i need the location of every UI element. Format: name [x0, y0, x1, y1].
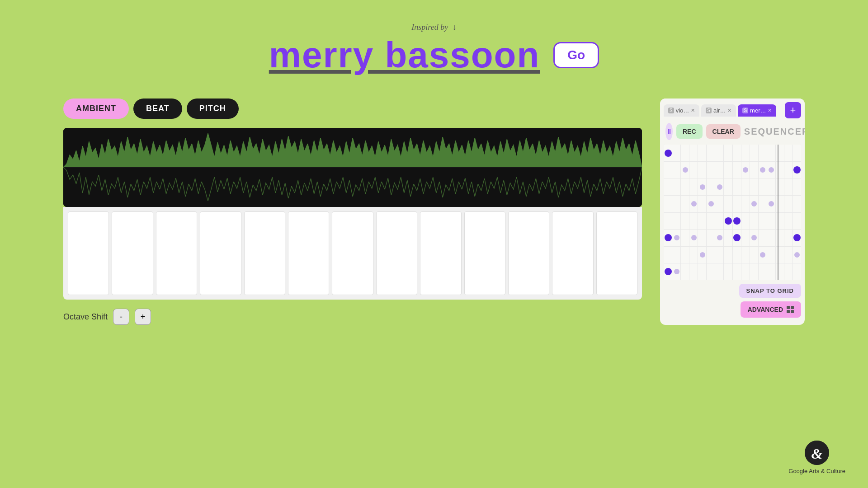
beat-mode-button[interactable]: BEAT [133, 99, 182, 119]
add-track-button[interactable]: + [785, 102, 801, 118]
grid-cell[interactable] [750, 213, 758, 230]
grid-cell[interactable] [793, 145, 801, 161]
grid-cell[interactable] [724, 230, 732, 246]
octave-minus-button[interactable]: - [113, 309, 129, 325]
note-dot[interactable] [700, 252, 705, 258]
grid-cell[interactable] [776, 263, 784, 280]
track-close-mer[interactable]: ✕ [768, 108, 772, 113]
grid-cell[interactable] [715, 196, 723, 212]
grid-cell[interactable] [759, 178, 767, 195]
grid-cell[interactable] [741, 247, 750, 263]
grid-cell[interactable] [776, 247, 784, 263]
grid-cell[interactable] [793, 213, 801, 230]
grid-cell[interactable] [707, 162, 715, 178]
note-dot[interactable] [769, 201, 774, 206]
note-dot[interactable] [700, 184, 705, 190]
grid-cell[interactable] [784, 247, 793, 263]
note-dot[interactable] [674, 235, 679, 240]
track-tab-mer[interactable]: S mer… ✕ [738, 104, 776, 117]
grid-cell[interactable] [724, 247, 732, 263]
grid-cell[interactable] [707, 247, 715, 263]
note-dot[interactable] [760, 252, 765, 258]
grid-cell[interactable] [724, 196, 732, 212]
ambient-mode-button[interactable]: AMBIENT [63, 99, 129, 119]
note-dot[interactable] [665, 268, 672, 275]
grid-cell[interactable] [767, 247, 775, 263]
note-dot[interactable] [769, 167, 774, 173]
grid-cell[interactable] [776, 213, 784, 230]
note-dot[interactable] [794, 252, 800, 258]
grid-cell[interactable] [767, 263, 775, 280]
grid-cell[interactable] [672, 178, 680, 195]
grid-cell[interactable] [741, 178, 750, 195]
grid-cell[interactable] [724, 162, 732, 178]
grid-cell[interactable] [784, 196, 793, 212]
note-dot[interactable] [708, 201, 714, 206]
grid-cell[interactable] [715, 263, 723, 280]
grid-cell[interactable] [689, 145, 698, 161]
grid-cell[interactable] [681, 145, 689, 161]
grid-cell[interactable] [698, 162, 706, 178]
grid-cell[interactable] [733, 263, 741, 280]
grid-cell[interactable] [664, 213, 672, 230]
grid-cell[interactable] [689, 162, 698, 178]
grid-cell[interactable] [707, 230, 715, 246]
piano-key-3[interactable] [156, 211, 197, 295]
grid-cell[interactable] [672, 145, 680, 161]
pause-button[interactable]: ⏸ [665, 123, 673, 140]
note-dot[interactable] [725, 217, 732, 225]
grid-cell[interactable] [724, 263, 732, 280]
note-dot[interactable] [717, 184, 722, 190]
note-dot[interactable] [793, 166, 801, 174]
grid-cell[interactable] [681, 213, 689, 230]
grid-cell[interactable] [681, 178, 689, 195]
grid-cell[interactable] [733, 145, 741, 161]
grid-cell[interactable] [741, 263, 750, 280]
grid-cell[interactable] [750, 145, 758, 161]
grid-cell[interactable] [707, 178, 715, 195]
clear-button[interactable]: CLEAR [706, 124, 741, 139]
grid-cell[interactable] [759, 213, 767, 230]
grid-cell[interactable] [698, 230, 706, 246]
note-dot[interactable] [674, 269, 679, 274]
piano-key-5[interactable] [244, 211, 285, 295]
note-dot[interactable] [691, 201, 697, 206]
grid-cell[interactable] [784, 162, 793, 178]
grid-cell[interactable] [689, 213, 698, 230]
pitch-mode-button[interactable]: PITCH [187, 99, 239, 119]
grid-cell[interactable] [776, 162, 784, 178]
grid-cell[interactable] [698, 145, 706, 161]
piano-key-8[interactable] [376, 211, 417, 295]
note-dot[interactable] [691, 235, 697, 240]
grid-cell[interactable] [759, 263, 767, 280]
track-close-vio[interactable]: ✕ [691, 108, 695, 113]
octave-plus-button[interactable]: + [135, 309, 151, 325]
note-dot[interactable] [665, 150, 672, 157]
grid-cell[interactable] [715, 213, 723, 230]
track-tab-air[interactable]: S air… ✕ [701, 104, 736, 117]
grid-cell[interactable] [767, 230, 775, 246]
grid-cell[interactable] [672, 247, 680, 263]
grid-cell[interactable] [715, 247, 723, 263]
grid-cell[interactable] [724, 145, 732, 161]
grid-cell[interactable] [672, 196, 680, 212]
grid-cell[interactable] [664, 247, 672, 263]
grid-cell[interactable] [784, 263, 793, 280]
grid-cell[interactable] [681, 230, 689, 246]
grid-cell[interactable] [750, 178, 758, 195]
grid-cell[interactable] [707, 213, 715, 230]
grid-cell[interactable] [741, 213, 750, 230]
grid-cell[interactable] [741, 230, 750, 246]
sequencer-grid[interactable] [664, 145, 801, 280]
note-dot[interactable] [733, 234, 741, 241]
grid-cell[interactable] [776, 196, 784, 212]
note-dot[interactable] [665, 234, 672, 241]
piano-key-4[interactable] [200, 211, 241, 295]
grid-cell[interactable] [767, 145, 775, 161]
note-dot[interactable] [733, 217, 741, 225]
piano-key-1[interactable] [68, 211, 109, 295]
piano-key-9[interactable] [420, 211, 461, 295]
grid-cell[interactable] [698, 263, 706, 280]
snap-to-grid-button[interactable]: SNAP TO GRID [739, 284, 801, 298]
grid-cell[interactable] [698, 196, 706, 212]
